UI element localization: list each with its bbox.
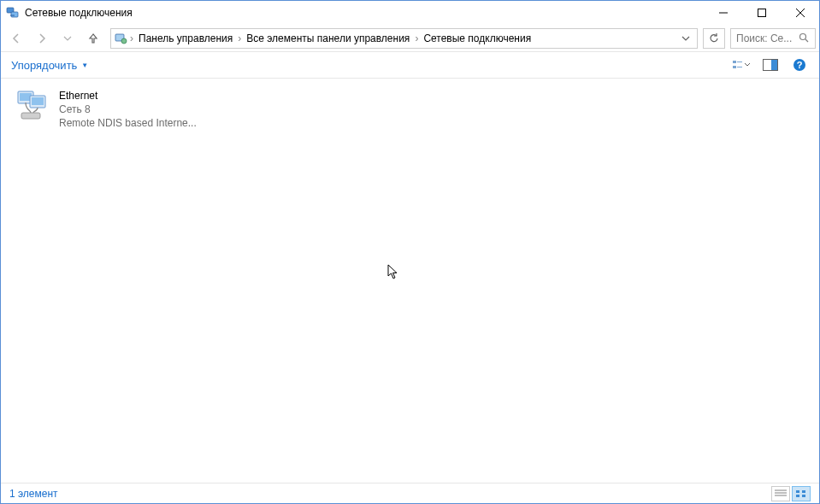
control-panel-icon: [115, 32, 128, 45]
svg-rect-1: [11, 12, 18, 17]
refresh-button[interactable]: [703, 28, 725, 49]
svg-point-8: [121, 38, 127, 44]
forward-button[interactable]: [30, 28, 54, 49]
svg-rect-13: [733, 66, 736, 68]
titlebar: Сетевые подключения: [1, 1, 819, 25]
svg-rect-30: [802, 495, 805, 497]
adapter-network: Сеть 8: [59, 103, 197, 116]
help-button[interactable]: ?: [787, 56, 812, 74]
search-input[interactable]: Поиск: Се...: [730, 28, 816, 49]
svg-rect-11: [733, 61, 736, 63]
organize-label: Упорядочить: [11, 59, 77, 72]
svg-rect-29: [796, 495, 799, 497]
adapter-text: Ethernet Сеть 8 Remote NDIS based Intern…: [59, 89, 197, 130]
up-button[interactable]: [81, 28, 105, 49]
details-view-button[interactable]: [771, 486, 790, 501]
chevron-down-icon: ▼: [81, 62, 88, 69]
view-options-button[interactable]: [729, 56, 754, 74]
svg-rect-22: [32, 97, 44, 105]
minimize-button[interactable]: [704, 1, 742, 25]
svg-rect-28: [802, 490, 805, 493]
svg-rect-23: [21, 113, 40, 119]
window-title: Сетевые подключения: [25, 7, 704, 19]
app-icon: [6, 6, 20, 20]
adapter-device: Remote NDIS based Interne...: [59, 116, 197, 130]
toolbar: Упорядочить ▼ ?: [1, 52, 819, 79]
svg-text:?: ?: [797, 60, 803, 70]
close-button[interactable]: [781, 1, 819, 25]
chevron-right-icon[interactable]: ›: [413, 32, 420, 44]
network-adapter-item[interactable]: Ethernet Сеть 8 Remote NDIS based Intern…: [13, 87, 227, 132]
preview-pane-button[interactable]: [758, 56, 783, 74]
svg-line-10: [805, 39, 808, 42]
breadcrumb-all-items[interactable]: Все элементы панели управления: [243, 32, 413, 44]
organize-button[interactable]: Упорядочить ▼: [8, 57, 91, 73]
chevron-right-icon[interactable]: ›: [128, 32, 135, 44]
adapter-name: Ethernet: [59, 89, 197, 103]
address-bar[interactable]: › Панель управления › Все элементы панел…: [110, 28, 698, 49]
breadcrumb-network-connections[interactable]: Сетевые подключения: [420, 32, 534, 44]
svg-rect-27: [796, 490, 799, 493]
chevron-right-icon[interactable]: ›: [236, 32, 243, 44]
status-count: 1 элемент: [9, 488, 58, 500]
svg-rect-16: [771, 60, 777, 70]
svg-point-9: [800, 34, 806, 40]
content-area[interactable]: Ethernet Сеть 8 Remote NDIS based Intern…: [1, 79, 819, 483]
maximize-button[interactable]: [742, 1, 781, 25]
large-icons-view-button[interactable]: [792, 486, 811, 501]
window-controls: [704, 1, 819, 25]
navbar: › Панель управления › Все элементы панел…: [1, 25, 819, 52]
cursor-icon: [387, 264, 401, 281]
svg-rect-4: [758, 9, 765, 17]
back-button[interactable]: [4, 28, 28, 49]
breadcrumb-control-panel[interactable]: Панель управления: [135, 32, 236, 44]
recent-dropdown[interactable]: [56, 28, 80, 49]
search-placeholder: Поиск: Се...: [736, 32, 799, 44]
search-icon: [799, 32, 810, 44]
address-dropdown-icon[interactable]: [676, 34, 695, 43]
statusbar: 1 элемент: [1, 483, 819, 503]
window: Сетевые подключения: [0, 0, 820, 504]
network-adapter-icon: [15, 89, 52, 123]
